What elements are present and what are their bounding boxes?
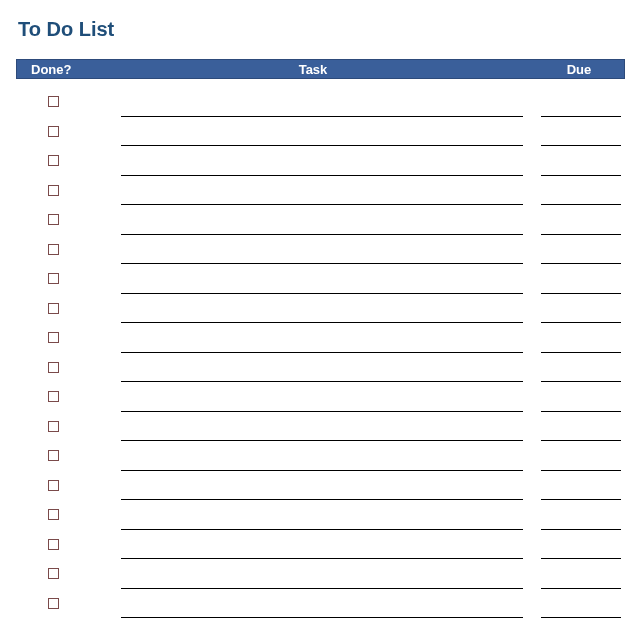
done-checkbox[interactable]	[48, 450, 59, 461]
cell-due[interactable]	[541, 476, 621, 500]
cell-task[interactable]	[121, 506, 523, 530]
table-row	[16, 353, 625, 383]
cell-task[interactable]	[121, 594, 523, 618]
cell-task[interactable]	[121, 358, 523, 382]
cell-done	[16, 146, 91, 176]
done-checkbox[interactable]	[48, 362, 59, 373]
table-row	[16, 205, 625, 235]
done-checkbox[interactable]	[48, 303, 59, 314]
cell-task[interactable]	[121, 152, 523, 176]
cell-done	[16, 87, 91, 117]
cell-due[interactable]	[541, 565, 621, 589]
cell-task[interactable]	[121, 240, 523, 264]
cell-task[interactable]	[121, 181, 523, 205]
table-body	[16, 87, 625, 618]
done-checkbox[interactable]	[48, 421, 59, 432]
table-row	[16, 441, 625, 471]
cell-task[interactable]	[121, 535, 523, 559]
cell-due[interactable]	[541, 211, 621, 235]
cell-task[interactable]	[121, 417, 523, 441]
done-checkbox[interactable]	[48, 155, 59, 166]
table-row	[16, 264, 625, 294]
table-row	[16, 559, 625, 589]
cell-due[interactable]	[541, 506, 621, 530]
cell-task[interactable]	[121, 565, 523, 589]
cell-due[interactable]	[541, 152, 621, 176]
cell-done	[16, 235, 91, 265]
cell-task[interactable]	[121, 299, 523, 323]
cell-done	[16, 441, 91, 471]
cell-due[interactable]	[541, 299, 621, 323]
cell-due[interactable]	[541, 329, 621, 353]
cell-task[interactable]	[121, 122, 523, 146]
cell-done	[16, 117, 91, 147]
table-row	[16, 382, 625, 412]
table-row	[16, 589, 625, 619]
cell-task[interactable]	[121, 270, 523, 294]
column-header-task: Task	[92, 62, 534, 77]
cell-done	[16, 264, 91, 294]
done-checkbox[interactable]	[48, 332, 59, 343]
table-row	[16, 412, 625, 442]
cell-done	[16, 471, 91, 501]
cell-done	[16, 294, 91, 324]
done-checkbox[interactable]	[48, 126, 59, 137]
table-row	[16, 294, 625, 324]
cell-task[interactable]	[121, 329, 523, 353]
table-row	[16, 87, 625, 117]
table-row	[16, 176, 625, 206]
table-row	[16, 146, 625, 176]
cell-due[interactable]	[541, 535, 621, 559]
cell-due[interactable]	[541, 358, 621, 382]
cell-task[interactable]	[121, 211, 523, 235]
done-checkbox[interactable]	[48, 96, 59, 107]
cell-task[interactable]	[121, 388, 523, 412]
table-row	[16, 530, 625, 560]
cell-due[interactable]	[541, 240, 621, 264]
column-header-done: Done?	[17, 62, 92, 77]
done-checkbox[interactable]	[48, 244, 59, 255]
cell-due[interactable]	[541, 388, 621, 412]
cell-done	[16, 559, 91, 589]
done-checkbox[interactable]	[48, 185, 59, 196]
table-row	[16, 471, 625, 501]
done-checkbox[interactable]	[48, 539, 59, 550]
cell-due[interactable]	[541, 122, 621, 146]
table-row	[16, 323, 625, 353]
done-checkbox[interactable]	[48, 391, 59, 402]
cell-done	[16, 176, 91, 206]
cell-done	[16, 353, 91, 383]
cell-done	[16, 382, 91, 412]
done-checkbox[interactable]	[48, 273, 59, 284]
page-title: To Do List	[18, 18, 625, 41]
cell-due[interactable]	[541, 93, 621, 117]
column-header-due: Due	[534, 62, 624, 77]
done-checkbox[interactable]	[48, 598, 59, 609]
table-row	[16, 500, 625, 530]
table-row	[16, 117, 625, 147]
table-row	[16, 235, 625, 265]
cell-done	[16, 530, 91, 560]
cell-task[interactable]	[121, 447, 523, 471]
cell-done	[16, 205, 91, 235]
cell-done	[16, 412, 91, 442]
cell-done	[16, 589, 91, 619]
done-checkbox[interactable]	[48, 480, 59, 491]
cell-due[interactable]	[541, 447, 621, 471]
cell-due[interactable]	[541, 417, 621, 441]
cell-task[interactable]	[121, 93, 523, 117]
done-checkbox[interactable]	[48, 509, 59, 520]
cell-done	[16, 500, 91, 530]
cell-task[interactable]	[121, 476, 523, 500]
cell-due[interactable]	[541, 181, 621, 205]
table-header: Done? Task Due	[16, 59, 625, 79]
cell-due[interactable]	[541, 594, 621, 618]
cell-due[interactable]	[541, 270, 621, 294]
done-checkbox[interactable]	[48, 568, 59, 579]
cell-done	[16, 323, 91, 353]
done-checkbox[interactable]	[48, 214, 59, 225]
